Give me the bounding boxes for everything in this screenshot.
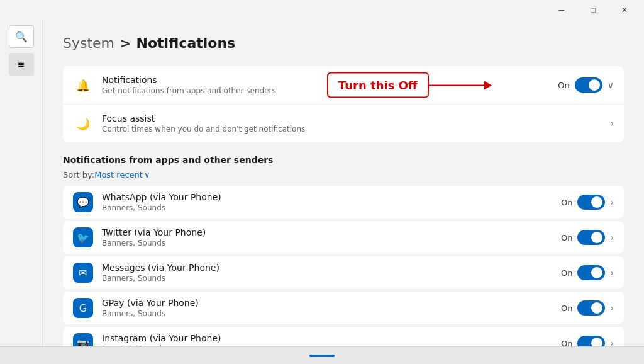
taskbar (0, 346, 644, 364)
focus-assist-row: 🌙 Focus assist Control times when you do… (63, 105, 624, 142)
sidebar-nav-item[interactable]: ≡ (9, 53, 34, 76)
app-controls: On › (561, 336, 614, 346)
app-container: 🔍 ≡ System > Notifications 🔔 Notificatio… (0, 20, 644, 346)
app-desc: Banners, Sounds (102, 203, 561, 212)
focus-assist-title: Focus assist (102, 113, 610, 123)
apps-section-header: Notifications from apps and other sender… (63, 155, 624, 165)
chevron-right-icon[interactable]: › (610, 303, 614, 313)
menu-icon: ≡ (18, 59, 25, 69)
app-text: GPay (via Your Phone) Banners, Sounds (102, 298, 561, 318)
breadcrumb-separator: > (119, 35, 131, 51)
sidebar: 🔍 ≡ (0, 20, 43, 346)
app-toggle[interactable] (577, 195, 605, 210)
moon-icon: 🌙 (73, 113, 93, 134)
sort-value-text: Most recent (94, 170, 143, 179)
app-toggle-label: On (561, 233, 572, 242)
app-toggle-label: On (561, 339, 572, 347)
app-name: GPay (via Your Phone) (102, 298, 561, 308)
focus-assist-subtitle: Control times when you do and don't get … (102, 125, 610, 134)
notifications-title: Notifications (102, 75, 558, 85)
app-desc: Banners, Sounds (102, 274, 561, 283)
notifications-toggle-label: On (558, 81, 569, 90)
app-icon: 🐦 (73, 227, 93, 247)
app-toggle[interactable] (577, 230, 605, 245)
focus-assist-text: Focus assist Control times when you do a… (102, 113, 610, 134)
app-name: Messages (via Your Phone) (102, 263, 561, 273)
chevron-right-icon[interactable]: › (610, 232, 614, 242)
app-icon: 💬 (73, 192, 93, 212)
app-row: 🐦 Twitter (via Your Phone) Banners, Soun… (63, 221, 624, 254)
app-row: 💬 WhatsApp (via Your Phone) Banners, Sou… (63, 186, 624, 219)
app-toggle-label: On (561, 198, 572, 207)
title-bar: ─ □ ✕ (0, 0, 644, 20)
chevron-right-icon[interactable]: › (610, 197, 614, 207)
app-toggle[interactable] (577, 265, 605, 280)
app-toggle-label: On (561, 304, 572, 313)
sort-prefix: Sort by: (63, 170, 94, 179)
app-row: G GPay (via Your Phone) Banners, Sounds … (63, 292, 624, 324)
app-row: 📷 Instagram (via Your Phone) Banners, So… (63, 327, 624, 346)
app-text: Instagram (via Your Phone) Banners, Soun… (102, 333, 561, 346)
apps-list: 💬 WhatsApp (via Your Phone) Banners, Sou… (63, 186, 624, 346)
breadcrumb-system: System (63, 35, 114, 51)
breadcrumb-current: Notifications (136, 35, 235, 51)
bell-icon: 🔔 (73, 75, 93, 95)
app-controls: On › (561, 195, 614, 210)
focus-assist-controls: › (610, 118, 614, 128)
app-controls: On › (561, 300, 614, 316)
app-desc: Banners, Sounds (102, 239, 561, 247)
chevron-right-icon[interactable]: › (610, 338, 614, 346)
app-text: Twitter (via Your Phone) Banners, Sounds (102, 227, 561, 247)
sort-bar: Sort by: Most recent ∨ (63, 170, 624, 179)
app-desc: Banners, Sounds (102, 309, 561, 318)
minimize-button[interactable]: ─ (547, 0, 576, 20)
app-name: Twitter (via Your Phone) (102, 227, 561, 237)
sort-value[interactable]: Most recent ∨ (94, 170, 150, 179)
notifications-subtitle: Get notifications from apps and other se… (102, 86, 558, 95)
app-name: Instagram (via Your Phone) (102, 333, 561, 343)
notifications-toggle[interactable] (575, 77, 602, 93)
close-button[interactable]: ✕ (610, 0, 639, 20)
app-toggle[interactable] (577, 300, 605, 316)
search-button[interactable]: 🔍 (9, 25, 34, 48)
main-content: System > Notifications 🔔 Notifications G… (43, 20, 644, 346)
search-icon: 🔍 (15, 31, 28, 43)
app-text: WhatsApp (via Your Phone) Banners, Sound… (102, 192, 561, 212)
app-toggle[interactable] (577, 336, 605, 346)
app-controls: On › (561, 265, 614, 280)
app-text: Messages (via Your Phone) Banners, Sound… (102, 263, 561, 283)
app-controls: On › (561, 230, 614, 245)
notifications-text: Notifications Get notifications from app… (102, 75, 558, 95)
chevron-right-icon[interactable]: › (610, 118, 614, 128)
app-name: WhatsApp (via Your Phone) (102, 192, 561, 202)
app-icon: G (73, 298, 93, 318)
notifications-controls: On ∨ (558, 77, 614, 93)
notifications-card: 🔔 Notifications Get notifications from a… (63, 66, 624, 142)
maximize-button[interactable]: □ (579, 0, 608, 20)
app-row: ✉ Messages (via Your Phone) Banners, Sou… (63, 256, 624, 289)
chevron-down-icon[interactable]: ∨ (608, 80, 614, 90)
taskbar-indicator (309, 355, 335, 357)
app-toggle-label: On (561, 268, 572, 278)
notifications-row: 🔔 Notifications Get notifications from a… (63, 66, 624, 105)
sort-chevron-icon: ∨ (144, 170, 150, 179)
app-icon: ✉ (73, 263, 93, 283)
chevron-right-icon[interactable]: › (610, 268, 614, 278)
app-icon: 📷 (73, 333, 93, 346)
breadcrumb: System > Notifications (63, 35, 624, 51)
